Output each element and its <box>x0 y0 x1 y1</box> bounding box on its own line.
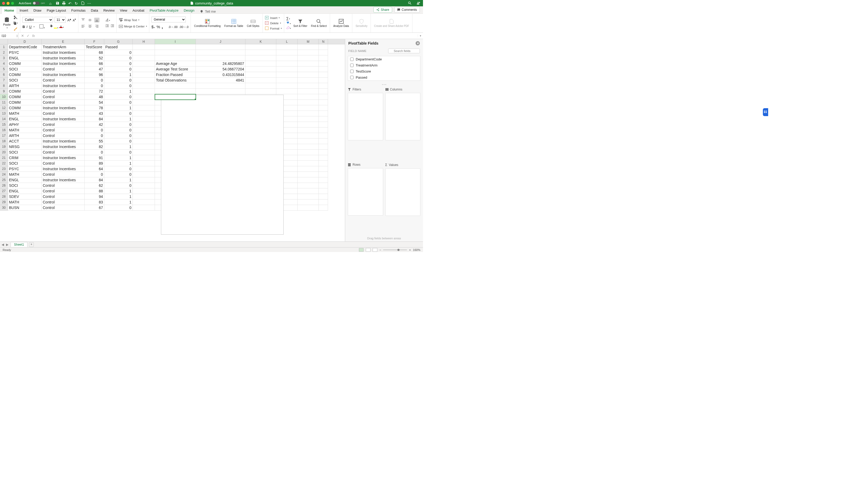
cell-M25[interactable] <box>298 177 319 183</box>
cell-L4[interactable] <box>276 61 298 67</box>
cell-L7[interactable] <box>276 77 298 83</box>
cell-G12[interactable]: 1 <box>104 105 133 111</box>
cell-F5[interactable]: 47 <box>85 67 104 72</box>
field-checkbox-treatmentarm[interactable] <box>350 64 354 67</box>
cell-F6[interactable]: 96 <box>85 72 104 77</box>
cell-G3[interactable]: 0 <box>104 55 133 61</box>
cell-E20[interactable]: Control <box>42 150 85 155</box>
name-box[interactable]: I10 ▴▾ <box>0 33 18 39</box>
new-doc-icon[interactable] <box>81 1 85 5</box>
cell-M5[interactable] <box>298 67 319 72</box>
more-icon[interactable]: ⋯ <box>87 1 91 5</box>
field-item-departmentcode[interactable]: DepartmentCode <box>348 56 420 62</box>
cell-G7[interactable]: 0 <box>104 77 133 83</box>
cell-G28[interactable]: 1 <box>104 194 133 199</box>
maximize-window-button[interactable] <box>11 2 14 5</box>
cell-D3[interactable]: ENGL <box>8 55 42 61</box>
row-header-17[interactable]: 17 <box>0 133 8 139</box>
filters-area[interactable] <box>348 93 383 140</box>
font-color-button[interactable]: A▾ <box>60 25 64 29</box>
cell-G19[interactable]: 1 <box>104 144 133 150</box>
cell-E10[interactable]: Control <box>42 94 85 100</box>
tab-page-layout[interactable]: Page Layout <box>44 7 69 14</box>
cell-M18[interactable] <box>298 139 319 144</box>
insert-cells-button[interactable]: Insert▾ <box>265 16 282 20</box>
cell-M16[interactable] <box>298 127 319 133</box>
cell-E18[interactable]: Instructor Incentives <box>42 139 85 144</box>
cell-L9[interactable] <box>276 89 298 94</box>
cell-N22[interactable] <box>319 161 328 166</box>
cell-M2[interactable] <box>298 50 319 55</box>
cell-F9[interactable]: 72 <box>85 89 104 94</box>
cell-H2[interactable] <box>133 50 155 55</box>
cell-N3[interactable] <box>319 55 328 61</box>
cell-D17[interactable]: ARTH <box>8 133 42 139</box>
zoom-in-button[interactable]: + <box>409 248 411 251</box>
row-header-30[interactable]: 30 <box>0 205 8 211</box>
cell-H23[interactable] <box>133 166 155 172</box>
cell-G23[interactable]: 0 <box>104 166 133 172</box>
format-cells-button[interactable]: Format▾ <box>265 26 282 31</box>
cell-M13[interactable] <box>298 111 319 116</box>
row-header-20[interactable]: 20 <box>0 150 8 155</box>
cell-D4[interactable]: COMM <box>8 61 42 67</box>
cell-L6[interactable] <box>276 72 298 77</box>
row-header-8[interactable]: 8 <box>0 83 8 89</box>
cell-L1[interactable] <box>276 44 298 50</box>
clear-button[interactable]: ▾ <box>286 26 291 30</box>
cell-N17[interactable] <box>319 133 328 139</box>
cell-N19[interactable] <box>319 144 328 150</box>
cell-M4[interactable] <box>298 61 319 67</box>
accept-formula-button[interactable]: ✓ <box>26 34 30 38</box>
cell-H22[interactable] <box>133 161 155 166</box>
field-item-testscore[interactable]: TestScore <box>348 68 420 74</box>
tab-review[interactable]: Review <box>101 7 118 14</box>
percent-button[interactable]: % <box>157 24 160 29</box>
cell-G13[interactable]: 0 <box>104 111 133 116</box>
row-header-12[interactable]: 12 <box>0 105 8 111</box>
cell-D13[interactable]: MATH <box>8 111 42 116</box>
cell-styles-button[interactable]: Cell Styles <box>246 18 260 28</box>
align-center-button[interactable] <box>87 24 93 29</box>
cell-E29[interactable]: Control <box>42 199 85 205</box>
cell-G14[interactable]: 1 <box>104 116 133 122</box>
fill-color-button[interactable]: ▾ <box>50 24 58 29</box>
cell-E14[interactable]: Instructor Incentives <box>42 116 85 122</box>
cell-D28[interactable]: SDEV <box>8 194 42 199</box>
cell-G9[interactable]: 1 <box>104 89 133 94</box>
share-button[interactable]: Share <box>373 7 392 13</box>
cell-N30[interactable] <box>319 205 328 211</box>
cell-E27[interactable]: Control <box>42 188 85 194</box>
cell-M7[interactable] <box>298 77 319 83</box>
cell-L8[interactable] <box>276 83 298 89</box>
row-header-22[interactable]: 22 <box>0 161 8 166</box>
cell-G21[interactable]: 1 <box>104 155 133 161</box>
cell-G15[interactable]: 0 <box>104 122 133 127</box>
page-layout-view-button[interactable] <box>366 248 371 252</box>
cell-H27[interactable] <box>133 188 155 194</box>
cell-D19[interactable]: NRSG <box>8 144 42 150</box>
cell-N15[interactable] <box>319 122 328 127</box>
cell-M19[interactable] <box>298 144 319 150</box>
tab-pivottable-analyze[interactable]: PivotTable Analyze <box>147 7 181 14</box>
cell-I1[interactable] <box>155 44 196 50</box>
cell-K9[interactable] <box>246 89 276 94</box>
cell-N7[interactable] <box>319 77 328 83</box>
cell-H8[interactable] <box>133 83 155 89</box>
cell-M9[interactable] <box>298 89 319 94</box>
cell-F20[interactable]: 0 <box>85 150 104 155</box>
fx-button[interactable]: fx <box>32 34 35 38</box>
cell-I6[interactable]: Fraction Passed <box>155 72 196 77</box>
cell-D1[interactable]: DepartmentCode <box>8 44 42 50</box>
print-icon[interactable] <box>62 1 66 5</box>
cell-N26[interactable] <box>319 183 328 188</box>
normal-view-button[interactable] <box>359 248 364 252</box>
cell-N11[interactable] <box>319 100 328 105</box>
cell-K7[interactable] <box>246 77 276 83</box>
cell-F25[interactable]: 84 <box>85 177 104 183</box>
cell-H24[interactable] <box>133 172 155 177</box>
column-header-J[interactable]: J <box>196 39 246 44</box>
cell-G17[interactable]: 0 <box>104 133 133 139</box>
align-bottom-button[interactable] <box>94 18 100 22</box>
cell-F27[interactable]: 88 <box>85 188 104 194</box>
